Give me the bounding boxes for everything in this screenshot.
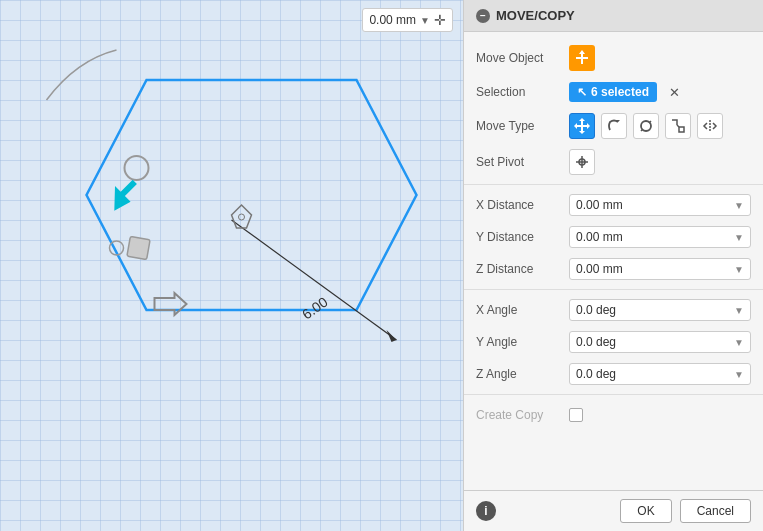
x-distance-label: X Distance xyxy=(476,198,561,212)
z-distance-row: Z Distance 0.00 mm ▼ xyxy=(464,253,763,285)
divider-1 xyxy=(464,184,763,185)
ok-button[interactable]: OK xyxy=(620,499,671,523)
move-type-rotate[interactable] xyxy=(601,113,627,139)
set-pivot-button[interactable] xyxy=(569,149,595,175)
y-distance-value: 0.00 mm xyxy=(576,230,623,244)
x-angle-input[interactable]: 0.0 deg ▼ xyxy=(569,299,751,321)
y-distance-dropdown[interactable]: ▼ xyxy=(734,232,744,243)
selection-count: 6 selected xyxy=(591,85,649,99)
panel-header: − MOVE/COPY xyxy=(464,0,763,32)
info-button[interactable]: i xyxy=(476,501,496,521)
panel-footer: i OK Cancel xyxy=(464,490,763,531)
z-angle-value: 0.0 deg xyxy=(576,367,616,381)
x-distance-row: X Distance 0.00 mm ▼ xyxy=(464,189,763,221)
x-angle-dropdown[interactable]: ▼ xyxy=(734,305,744,316)
move-object-label: Move Object xyxy=(476,51,561,65)
z-distance-label: Z Distance xyxy=(476,262,561,276)
y-angle-label: Y Angle xyxy=(476,335,561,349)
z-distance-input[interactable]: 0.00 mm ▼ xyxy=(569,258,751,280)
create-copy-checkbox[interactable] xyxy=(569,408,583,422)
y-angle-row: Y Angle 0.0 deg ▼ xyxy=(464,326,763,358)
svg-point-5 xyxy=(239,214,245,220)
x-distance-input[interactable]: 0.00 mm ▼ xyxy=(569,194,751,216)
panel-title: MOVE/COPY xyxy=(496,8,575,23)
svg-marker-0 xyxy=(87,80,417,310)
z-angle-input[interactable]: 0.0 deg ▼ xyxy=(569,363,751,385)
y-distance-row: Y Distance 0.00 mm ▼ xyxy=(464,221,763,253)
panel-body: Move Object Selection ↖ 6 selected ✕ Mov… xyxy=(464,32,763,490)
x-angle-label: X Angle xyxy=(476,303,561,317)
x-distance-dropdown[interactable]: ▼ xyxy=(734,200,744,211)
svg-marker-10 xyxy=(579,50,585,54)
move-type-row: Move Type xyxy=(464,108,763,144)
svg-marker-12 xyxy=(579,131,585,134)
x-angle-row: X Angle 0.0 deg ▼ xyxy=(464,294,763,326)
y-angle-input[interactable]: 0.0 deg ▼ xyxy=(569,331,751,353)
cancel-button[interactable]: Cancel xyxy=(680,499,751,523)
move-type-spin[interactable] xyxy=(633,113,659,139)
move-object-icon[interactable] xyxy=(569,45,595,71)
svg-text:6.00: 6.00 xyxy=(299,294,331,323)
clear-selection-button[interactable]: ✕ xyxy=(669,85,680,100)
svg-marker-4 xyxy=(232,205,252,228)
z-angle-row: Z Angle 0.0 deg ▼ xyxy=(464,358,763,390)
y-angle-dropdown[interactable]: ▼ xyxy=(734,337,744,348)
svg-rect-9 xyxy=(127,236,150,259)
footer-buttons: OK Cancel xyxy=(620,499,751,523)
svg-marker-2 xyxy=(387,330,397,342)
svg-line-17 xyxy=(677,125,679,127)
z-distance-value: 0.00 mm xyxy=(576,262,623,276)
create-copy-row: Create Copy xyxy=(464,399,763,431)
move-type-translate[interactable] xyxy=(569,113,595,139)
move-type-scale[interactable] xyxy=(665,113,691,139)
move-type-icons xyxy=(569,113,723,139)
canvas-svg: 6.00 xyxy=(0,0,463,531)
z-angle-label: Z Angle xyxy=(476,367,561,381)
divider-3 xyxy=(464,394,763,395)
divider-2 xyxy=(464,289,763,290)
x-distance-value: 0.00 mm xyxy=(576,198,623,212)
set-pivot-row: Set Pivot xyxy=(464,144,763,180)
svg-point-6 xyxy=(125,156,149,180)
svg-marker-13 xyxy=(574,123,577,129)
selection-badge[interactable]: ↖ 6 selected xyxy=(569,82,657,102)
move-type-label: Move Type xyxy=(476,119,561,133)
move-object-row: Move Object xyxy=(464,40,763,76)
selection-label: Selection xyxy=(476,85,561,99)
cursor-icon: ↖ xyxy=(577,85,587,99)
set-pivot-label: Set Pivot xyxy=(476,155,561,169)
collapse-icon[interactable]: − xyxy=(476,9,490,23)
y-distance-label: Y Distance xyxy=(476,230,561,244)
x-angle-value: 0.0 deg xyxy=(576,303,616,317)
selection-row: Selection ↖ 6 selected ✕ xyxy=(464,76,763,108)
svg-marker-14 xyxy=(587,123,590,129)
canvas-area: 0.00 mm ▼ ✛ 6.00 xyxy=(0,0,463,531)
z-angle-dropdown[interactable]: ▼ xyxy=(734,369,744,380)
y-distance-input[interactable]: 0.00 mm ▼ xyxy=(569,226,751,248)
create-copy-label: Create Copy xyxy=(476,408,561,422)
svg-marker-11 xyxy=(579,118,585,121)
right-panel: − MOVE/COPY Move Object Selection ↖ 6 se… xyxy=(463,0,763,531)
y-angle-value: 0.0 deg xyxy=(576,335,616,349)
move-type-mirror[interactable] xyxy=(697,113,723,139)
z-distance-dropdown[interactable]: ▼ xyxy=(734,264,744,275)
